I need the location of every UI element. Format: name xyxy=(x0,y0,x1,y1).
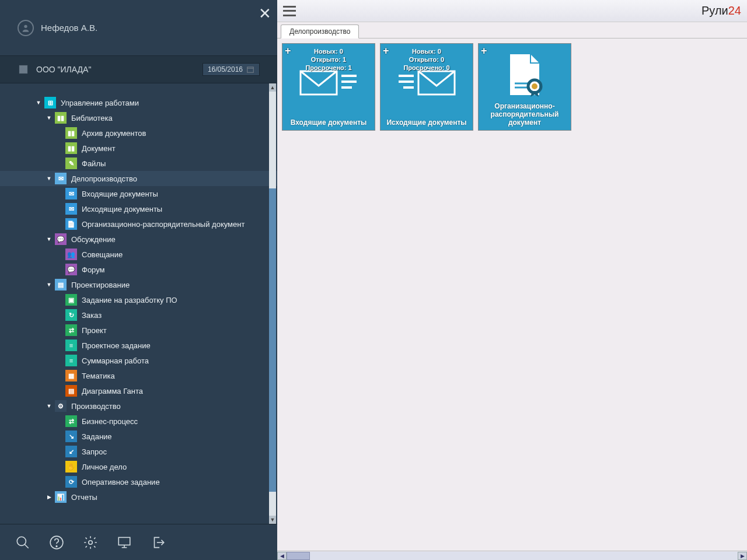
monitor-icon[interactable] xyxy=(116,534,133,551)
svg-point-27 xyxy=(532,83,537,89)
node-label: Задание xyxy=(82,432,112,441)
node-icon: ▮▮ xyxy=(55,112,67,124)
menu-icon[interactable] xyxy=(283,6,296,16)
node-label: Библиотека xyxy=(71,114,113,123)
date-value: 16/05/2016 xyxy=(208,65,243,74)
tree-item[interactable]: ▮▮Документ xyxy=(0,141,277,156)
brand-part1: Рули xyxy=(701,4,728,17)
horizontal-scrollbar[interactable]: ◀ ▶ xyxy=(277,551,747,560)
scroll-down-icon[interactable]: ▼ xyxy=(269,516,276,524)
tiles-area: +Новых: 0Открыто: 1Просрочено: 1Входящие… xyxy=(277,38,747,551)
tree-item[interactable]: ↘Задание xyxy=(0,429,277,444)
expander-icon[interactable] xyxy=(35,99,42,106)
tile-label: Входящие документы xyxy=(291,118,367,127)
tree-item[interactable]: ≡Проектное задание xyxy=(0,338,277,353)
hscroll-track[interactable] xyxy=(287,552,738,560)
expander-icon[interactable] xyxy=(46,402,53,410)
dashboard-tile[interactable]: +Новых: 0Открыто: 0Просрочено: 0Исходящи… xyxy=(380,43,473,131)
tree-item[interactable]: ▣Задание на разработку ПО xyxy=(0,292,277,307)
node-label: Запрос xyxy=(82,447,107,456)
tile-label: Исходящие документы xyxy=(386,118,466,127)
tree-item[interactable]: ✉Исходящие документы xyxy=(0,201,277,216)
node-icon: ↻ xyxy=(65,309,77,321)
tree-item[interactable]: ⇄Проект xyxy=(0,323,277,338)
organization-row: ООО "ИЛАДА" 16/05/2016 xyxy=(0,55,277,83)
scrollbar-thumb[interactable] xyxy=(269,188,276,492)
tree-item[interactable]: ⊞Управление работами xyxy=(0,95,277,110)
tree-item[interactable]: ▦Тематика xyxy=(0,368,277,383)
node-icon: ▤ xyxy=(55,279,67,290)
tree-item[interactable]: 💬Форум xyxy=(0,262,277,277)
node-icon: ▮▮ xyxy=(65,142,77,154)
dashboard-tile[interactable]: +Организационно-распорядительный докумен… xyxy=(478,43,571,131)
node-label: Файлы xyxy=(82,159,106,168)
expander-icon[interactable] xyxy=(46,494,53,501)
sidebar-scrollbar[interactable]: ▲ ▼ xyxy=(269,83,276,524)
tree-item[interactable]: ✎Файлы xyxy=(0,156,277,171)
svg-point-0 xyxy=(24,24,27,27)
search-icon[interactable] xyxy=(14,534,32,551)
tree-item[interactable]: ▮▮Архив документов xyxy=(0,125,277,141)
tree-item[interactable]: ✉Входящие документы xyxy=(0,186,277,201)
hscroll-thumb[interactable] xyxy=(287,552,310,560)
help-icon[interactable] xyxy=(48,534,65,551)
node-label: Документ xyxy=(82,144,116,153)
svg-rect-2 xyxy=(21,67,22,68)
node-icon: ↘ xyxy=(65,430,77,442)
organization-name: ООО "ИЛАДА" xyxy=(36,65,203,74)
node-label: Организационно-распорядительный документ xyxy=(82,220,245,229)
node-label: Проектное задание xyxy=(82,341,151,350)
expander-icon[interactable] xyxy=(46,281,53,288)
node-icon: 👥 xyxy=(65,249,77,260)
expander-icon[interactable] xyxy=(46,114,53,121)
tree-item[interactable]: 📊Отчеты xyxy=(0,489,277,505)
tab-deloproizvodstvo[interactable]: Делопроизводство xyxy=(281,24,359,38)
user-avatar-icon[interactable] xyxy=(18,20,34,36)
node-icon: ▦ xyxy=(65,370,77,382)
node-label: Суммарная работа xyxy=(82,356,149,365)
node-icon: ✉ xyxy=(55,173,67,184)
scroll-up-icon[interactable]: ▲ xyxy=(269,83,276,92)
settings-icon[interactable] xyxy=(82,534,99,551)
node-icon: 📊 xyxy=(55,491,67,503)
expander-icon[interactable] xyxy=(46,175,53,182)
add-icon[interactable]: + xyxy=(481,45,487,57)
calendar-icon xyxy=(246,65,254,74)
tree-item[interactable]: 👥Совещание xyxy=(0,247,277,262)
expander-icon[interactable] xyxy=(46,236,53,243)
tree-item[interactable]: ✋Личное дело xyxy=(0,459,277,474)
node-label: Проектирование xyxy=(71,281,130,289)
node-label: Задание на разработку ПО xyxy=(82,296,177,304)
close-icon[interactable]: ✕ xyxy=(259,5,271,23)
tree-item[interactable]: ⟳Оперативное задание xyxy=(0,474,277,489)
tree-item[interactable]: 💬Обсуждение xyxy=(0,232,277,247)
organization-icon xyxy=(18,64,29,75)
node-label: Тематика xyxy=(82,372,115,380)
tree-item[interactable]: 📄Организационно-распорядительный докумен… xyxy=(0,216,277,232)
tree-item[interactable]: ↻Заказ xyxy=(0,307,277,323)
node-label: Бизнес-процесс xyxy=(82,417,138,426)
tree-item[interactable]: ▤Проектирование xyxy=(0,277,277,292)
tile-stats: Новых: 0Открыто: 1Просрочено: 1 xyxy=(282,47,375,72)
node-label: Архив документов xyxy=(82,129,146,138)
scroll-right-icon[interactable]: ▶ xyxy=(738,552,747,560)
tree-item[interactable]: ⚙Производство xyxy=(0,398,277,414)
tree-item[interactable]: ▮▮Библиотека xyxy=(0,110,277,125)
brand-logo: Рули24 xyxy=(701,4,741,18)
tree-item[interactable]: ✉Делопроизводство xyxy=(0,171,277,186)
dashboard-tile[interactable]: +Новых: 0Открыто: 1Просрочено: 1Входящие… xyxy=(282,43,375,131)
tree-item[interactable]: ▤Диаграмма Ганта xyxy=(0,383,277,398)
tree-item[interactable]: ⇄Бизнес-процесс xyxy=(0,414,277,429)
node-icon: ✎ xyxy=(65,158,77,169)
tile-label: Организационно-распорядительный документ xyxy=(481,102,568,127)
tree-item[interactable]: ↙Запрос xyxy=(0,444,277,459)
node-label: Оперативное задание xyxy=(82,478,160,487)
logout-icon[interactable] xyxy=(149,534,167,551)
tree-item[interactable]: ≡Суммарная работа xyxy=(0,353,277,368)
node-icon: ⚙ xyxy=(55,400,67,412)
date-picker[interactable]: 16/05/2016 xyxy=(203,63,260,76)
tabs-bar: Делопроизводство xyxy=(277,22,747,38)
node-icon: ⇄ xyxy=(65,324,77,336)
scroll-left-icon[interactable]: ◀ xyxy=(277,552,287,560)
node-label: Совещание xyxy=(82,250,123,259)
